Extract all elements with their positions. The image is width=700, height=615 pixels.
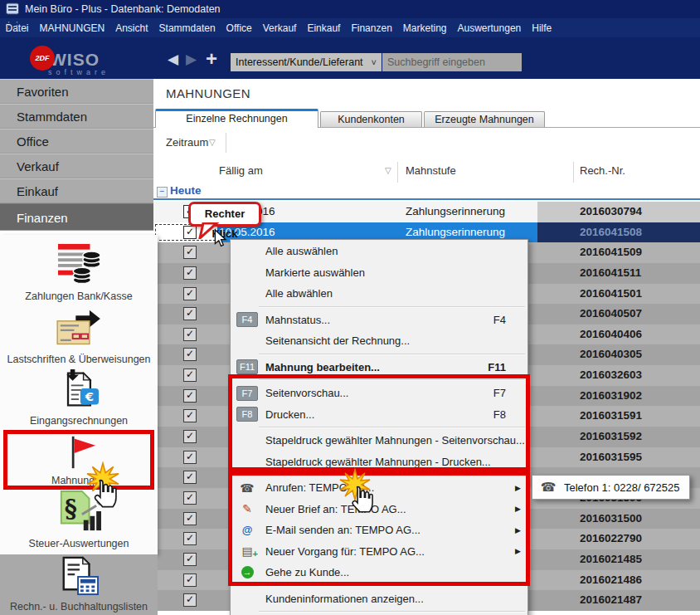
row-checkbox[interactable]: ✓ [183,246,197,259]
row-checkbox[interactable]: ✓ [183,451,197,464]
menu-bar-item[interactable]: Finanzen [346,22,397,34]
context-menu-item[interactable]: → Gehe zu Kunde... ▶ [231,562,527,583]
row-checkbox[interactable]: ✓ [183,307,197,320]
menu-item-label: Seitenvorschau... [260,387,493,399]
context-menu-item[interactable]: Seitenansicht der Rechnung... ▶ [231,330,527,352]
context-menu-item[interactable]: ▤ Neuer Vorgang für: TEMPO AG... ▶ [231,541,527,563]
arrow-cursor-icon [214,229,227,247]
menu-bar-item[interactable]: Office [221,22,257,34]
context-menu-item[interactable]: @ E-Mail senden an: TEMPO AG... ▶ [231,520,527,541]
menu-bar-item[interactable]: Verkauf [257,22,302,34]
row-checkbox[interactable]: ✓ [183,226,197,239]
context-menu-item[interactable]: Alle abwählen ▶ [231,283,527,305]
cell-invoice-number: 2016021487 [580,590,642,611]
context-menu-item[interactable]: F8 Drucken... F8 ▶ [231,404,527,426]
row-checkbox[interactable]: ✓ [183,328,197,341]
context-menu-item[interactable]: ✎ Neuer Brief an: TEMPO AG... ▶ [231,499,527,520]
submenu-item-telefon[interactable]: ☎ Telefon 1: 0228/ 672525 [532,476,689,499]
row-checkbox[interactable]: ✓ [183,430,197,443]
sidebar-category[interactable]: Favoriten [0,79,153,104]
row-checkbox[interactable]: ✓ [183,574,197,587]
menu-item-label: Kundeninformationen anzeigen... [260,593,506,605]
row-checkbox[interactable]: ✓ [183,287,197,300]
brand-logo-sub: software [48,68,109,76]
menu-bar-item[interactable]: MAHNUNGEN [34,22,110,34]
row-checkbox[interactable]: ✓ [183,532,197,545]
cell-invoice-number: 2016040507 [580,304,642,325]
context-menu-item[interactable]: F11 Mahnung bearbeiten... F11 ▶ [231,357,527,378]
title-bar: Mein Büro - Plus - Datenbank: Demodaten [0,0,700,18]
forward-icon[interactable]: ▶ [186,51,197,68]
tab-einzelne-rechnungen[interactable]: Einzelne Rechnungen [155,109,318,128]
add-icon[interactable]: + [206,47,217,71]
menu-separator [231,609,527,614]
menu-item-label: Gehe zu Kunde... [260,566,506,578]
context-menu-item[interactable]: Kundeninformationen anzeigen... ▶ [231,588,527,610]
context-menu-item[interactable]: F7 Seitenvorschau... F7 ▶ [231,383,527,404]
row-checkbox[interactable]: ✓ [183,369,197,382]
context-menu-item[interactable]: Markierte auswählen ▶ [231,262,527,284]
sidebar-item-zahlungen[interactable]: Zahlungen Bank/Kasse [0,242,158,302]
sidebar-item-steuer[interactable]: § Steuer-Auswertungen [0,490,158,549]
sidebar-item-eingangsrechnungen[interactable]: € Eingangsrechnungen [0,369,158,427]
context-menu-item[interactable]: Alle auswählen ▶ [231,241,527,262]
menu-bar-item[interactable]: Marketing [397,22,452,34]
sidebar-category[interactable]: Verkauf [0,154,153,178]
transfer-icon [52,337,105,351]
row-checkbox[interactable]: ✓ [183,512,197,525]
context-menu-item[interactable]: ☎ Anrufen: TEMPO AG... ▶ [231,477,527,499]
sidebar-item-label: Mahnungen [0,475,158,486]
submenu-arrow-icon: ▶ [513,526,521,534]
column-divider [397,162,398,183]
sidebar-category[interactable]: Office [0,129,153,154]
search-scope-dropdown[interactable]: Interessent/Kunde/Lieferant ˅ [231,53,382,71]
menu-bar-item[interactable]: Stammdaten [153,22,221,34]
menu-bar-item[interactable]: Ansicht [110,22,153,34]
menu-item-label: Mahnstatus... [260,314,493,326]
column-header-rech-nr[interactable]: Rech.-Nr. [580,164,625,177]
context-menu: Alle auswählen ▶ Markierte auswählen ▶ A… [230,239,528,615]
sidebar-category[interactable]: Stammdaten [0,104,153,129]
sidebar-item-lastschriften[interactable]: Lastschriften & Überweisungen [0,309,158,365]
sidebar-item-buchhaltungslisten[interactable]: Rechn.- u. Buchhaltungslisten [0,556,158,613]
column-header-mahnstufe[interactable]: Mahnstufe [406,164,456,177]
cell-invoice-number: 2016041508 [580,222,642,243]
row-checkbox[interactable]: ✓ [183,491,197,505]
menu-bar-item[interactable]: Auswertungen [452,22,527,34]
context-menu-item[interactable]: Stapeldruck gewählter Mahnungen - Seiten… [231,430,527,451]
sidebar-item-mahnungen[interactable]: Mahnungen [0,435,158,486]
submenu-arrow-icon: ▶ [513,505,521,513]
back-icon[interactable]: ◀ [168,51,178,68]
search-input[interactable] [382,53,522,71]
sidebar-category[interactable]: Finanzen [0,203,153,231]
row-checkbox[interactable]: ✓ [183,266,197,280]
context-menu-item[interactable]: Stapeldruck gewählter Mahnungen - Drucke… [231,451,527,473]
cell-invoice-number: 2016040406 [580,325,642,345]
cell-invoice-number: 2016031591 [580,406,642,427]
context-menu-item[interactable]: F4 Mahnstatus... F4 ▶ [231,310,527,331]
row-checkbox[interactable]: ✓ [183,593,197,607]
sidebar-category[interactable]: Einkauf [0,178,153,203]
row-checkbox[interactable]: ✓ [183,389,197,403]
filter-dropdown-icon[interactable]: ▽ [209,138,216,147]
column-header-faellig-am[interactable]: Fällig am [219,164,263,177]
tab-erzeugte-mahnungen[interactable]: Erzeugte Mahnungen [424,111,545,127]
shortcut-key-badge: F11 [236,359,258,374]
tab-kundenkonten[interactable]: Kundenkonten [320,111,422,127]
row-checkbox[interactable]: ✓ [183,348,197,361]
page-title: MAHNUNGEN [166,86,250,100]
row-checkbox[interactable]: ✓ [183,409,197,422]
menu-separator [231,472,527,477]
shortcut-key-badge: F4 [236,312,258,327]
row-checkbox[interactable]: ✓ [183,471,197,484]
sort-icon[interactable]: ▽ [385,166,391,175]
filter-zeitraum[interactable]: Zeitraum [166,136,208,149]
collapse-group-icon[interactable]: − [157,187,168,198]
sidebar-item-label: Steuer-Auswertungen [0,538,158,549]
cell-mahnstufe: Zahlungserinnerung [406,202,505,222]
menu-bar-item[interactable]: Einkauf [302,22,346,34]
menu-bar-item[interactable]: Hilfe [527,22,557,34]
submenu-arrow-icon: ▶ [513,547,521,555]
row-checkbox[interactable]: ✓ [183,553,197,566]
menu-item-shortcut: F8 [493,408,506,421]
